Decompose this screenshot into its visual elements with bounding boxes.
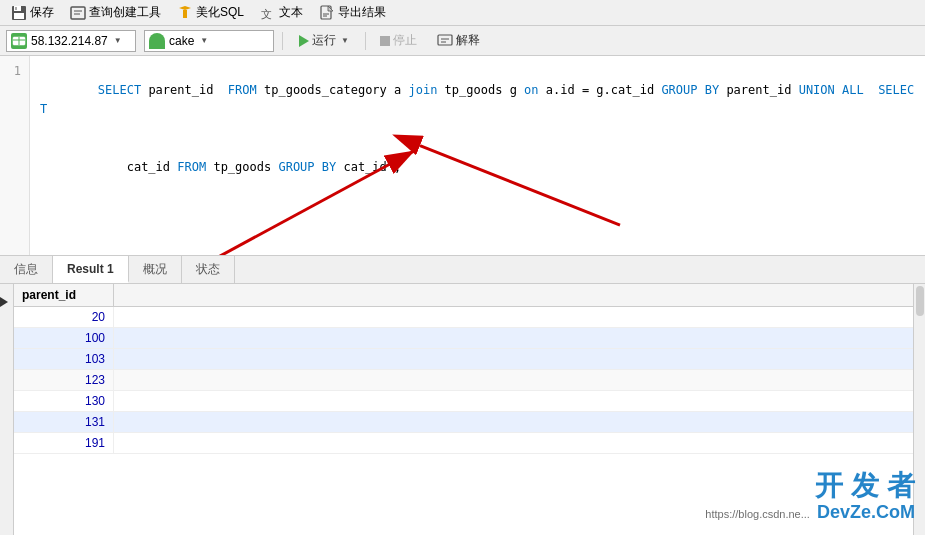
tab-result1[interactable]: Result 1 xyxy=(53,256,129,283)
query-tool-label: 查询创建工具 xyxy=(89,4,161,21)
tab-overview-label: 概况 xyxy=(143,261,167,278)
toolbar: 保存 查询创建工具 美化SQL 文 文本 xyxy=(0,0,925,26)
cell-6: 191 xyxy=(14,433,114,453)
sql-content[interactable]: SELECT parent_id FROM tp_goods_category … xyxy=(30,56,925,255)
main-layout: 保存 查询创建工具 美化SQL 文 文本 xyxy=(0,0,925,535)
ip-dropdown[interactable]: 58.132.214.87 ▼ xyxy=(6,30,136,52)
explain-icon xyxy=(437,33,453,49)
kw-union: UNION ALL xyxy=(799,83,864,97)
export-label: 导出结果 xyxy=(338,4,386,21)
stop-button[interactable]: 停止 xyxy=(374,30,423,51)
cell-5: 131 xyxy=(14,412,114,432)
line-num-1: 1 xyxy=(8,62,21,81)
kw-from2: FROM xyxy=(177,160,206,174)
row-indicator xyxy=(0,297,8,307)
svg-rect-2 xyxy=(14,13,24,19)
table-row: 100 xyxy=(14,328,913,349)
table-row: 103 xyxy=(14,349,913,370)
row-indicator-area xyxy=(0,284,14,535)
query-tool-button[interactable]: 查询创建工具 xyxy=(65,2,166,23)
save-label: 保存 xyxy=(30,4,54,21)
cell-0: 20 xyxy=(14,307,114,327)
save-button[interactable]: 保存 xyxy=(6,2,59,23)
cell-3: 123 xyxy=(14,370,114,390)
header-parent-id: parent_id xyxy=(14,284,114,306)
sql-line-2: cat_id FROM tp_goods GROUP BY cat_id ; xyxy=(40,139,915,197)
connection-bar: 58.132.214.87 ▼ cake ▼ 运行 ▼ 停止 解释 xyxy=(0,26,925,56)
svg-rect-4 xyxy=(71,7,85,19)
text-label: 文本 xyxy=(279,4,303,21)
kw-group1: GROUP BY xyxy=(661,83,719,97)
db-dropdown[interactable]: cake ▼ xyxy=(144,30,274,52)
stop-label: 停止 xyxy=(393,32,417,49)
stop-icon xyxy=(380,36,390,46)
tab-info[interactable]: 信息 xyxy=(0,256,53,283)
tab-info-label: 信息 xyxy=(14,261,38,278)
separator2 xyxy=(365,32,366,50)
svg-rect-7 xyxy=(183,10,187,18)
save-icon xyxy=(11,5,27,21)
export-icon xyxy=(319,5,335,21)
sql-editor[interactable]: 1 SELECT parent_id FROM tp_goods_categor… xyxy=(0,56,925,256)
scrollbar-thumb[interactable] xyxy=(916,286,924,316)
tab-status-label: 状态 xyxy=(196,261,220,278)
db-chevron: ▼ xyxy=(200,36,208,45)
export-button[interactable]: 导出结果 xyxy=(314,2,391,23)
grid-body[interactable]: 20 100 103 123 130 131 xyxy=(14,307,913,535)
cell-4: 130 xyxy=(14,391,114,411)
explain-button[interactable]: 解释 xyxy=(431,30,486,51)
beautify-sql-button[interactable]: 美化SQL xyxy=(172,2,249,23)
svg-rect-3 xyxy=(15,7,17,10)
run-button[interactable]: 运行 ▼ xyxy=(291,30,357,51)
ip-icon xyxy=(11,33,27,49)
svg-text:文: 文 xyxy=(261,8,272,20)
tab-overview[interactable]: 概况 xyxy=(129,256,182,283)
separator1 xyxy=(282,32,283,50)
cell-1: 100 xyxy=(14,328,114,348)
kw-on: on xyxy=(524,83,538,97)
sql-line-1: SELECT parent_id FROM tp_goods_category … xyxy=(40,62,915,139)
table-row: 20 xyxy=(14,307,913,328)
db-text: cake xyxy=(169,34,194,48)
vertical-scrollbar[interactable] xyxy=(913,284,925,535)
ip-chevron: ▼ xyxy=(114,36,122,45)
svg-rect-15 xyxy=(438,35,452,45)
result-grid: parent_id 20 100 103 123 xyxy=(14,284,913,535)
db-icon xyxy=(149,33,165,49)
text-button[interactable]: 文 文本 xyxy=(255,2,308,23)
table-row: 131 xyxy=(14,412,913,433)
grid-area: parent_id 20 100 103 123 xyxy=(0,284,925,535)
table-row: 123 xyxy=(14,370,913,391)
kw-join: join xyxy=(408,83,437,97)
kw-select1: SELECT xyxy=(98,83,141,97)
cell-2: 103 xyxy=(14,349,114,369)
run-icon xyxy=(299,35,309,47)
table-row: 191 xyxy=(14,433,913,454)
tab-status[interactable]: 状态 xyxy=(182,256,235,283)
beautify-icon xyxy=(177,5,193,21)
kw-from1: FROM xyxy=(228,83,257,97)
beautify-sql-label: 美化SQL xyxy=(196,4,244,21)
result-wrapper: 信息 Result 1 概况 状态 parent_id xyxy=(0,256,925,535)
table-row: 130 xyxy=(14,391,913,412)
query-tool-icon xyxy=(70,5,86,21)
grid-header: parent_id xyxy=(14,284,913,307)
kw-group2: GROUP BY xyxy=(278,160,336,174)
run-label: 运行 xyxy=(312,32,336,49)
text-icon: 文 xyxy=(260,5,276,21)
ip-text: 58.132.214.87 xyxy=(31,34,108,48)
result-tabs: 信息 Result 1 概况 状态 xyxy=(0,256,925,284)
tab-result1-label: Result 1 xyxy=(67,262,114,276)
run-chevron: ▼ xyxy=(341,36,349,45)
explain-label: 解释 xyxy=(456,32,480,49)
line-numbers: 1 xyxy=(0,56,30,255)
